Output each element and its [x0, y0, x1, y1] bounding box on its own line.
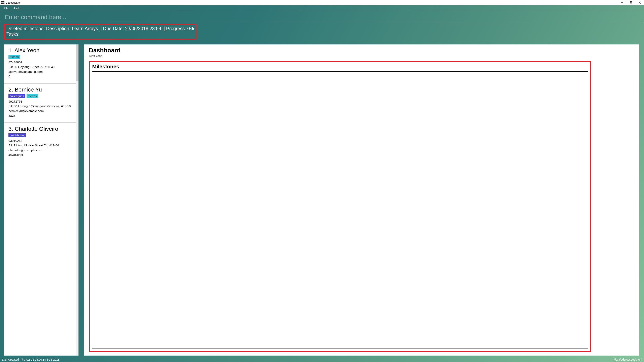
result-line-1: Deleted milestone: Description: Learn Ar… [6, 26, 194, 31]
dashboard-panel: Dashboard Alex Yeoh Milestones [84, 44, 639, 356]
result-box: Deleted milestone: Description: Learn Ar… [4, 24, 196, 40]
dashboard-subtitle: Alex Yeoh [89, 54, 634, 57]
command-input[interactable] [5, 14, 639, 20]
menu-file[interactable]: File [4, 6, 8, 10]
person-name: 2. Bernice Yu [8, 86, 74, 93]
status-data-path: ./data/addressbook.xml [613, 358, 642, 361]
person-tags: neighbours [8, 133, 74, 137]
person-address: Blk 30 Lorong 3 Serangoon Gardens, #07-1… [8, 104, 74, 108]
milestones-list[interactable] [92, 71, 588, 349]
tag-friends: friends [8, 55, 20, 59]
app-icon: edu [1, 1, 4, 4]
result-area: Deleted milestone: Description: Learn Ar… [0, 22, 644, 40]
person-list-panel: 1. Alex Yeohfriends87438807Blk 30 Geylan… [4, 44, 78, 356]
content-area: 1. Alex Yeohfriends87438807Blk 30 Geylan… [0, 40, 644, 357]
person-lang: JavaScript [8, 152, 74, 157]
person-email: berniceyu@example.com [8, 109, 74, 113]
menubar: File Help [0, 5, 644, 11]
person-name: 1. Alex Yeoh [8, 47, 74, 54]
titlebar: edu Codeducator [0, 0, 644, 5]
scrollbar-thumb[interactable] [76, 44, 78, 81]
window-controls [620, 1, 643, 4]
person-phone: 99272758 [8, 99, 74, 104]
tag-neighbours: neighbours [8, 133, 26, 137]
person-phone: 87438807 [8, 60, 74, 64]
person-phone: 93210283 [8, 138, 74, 143]
person-card[interactable]: 3. Charlotte Oliveironeighbours93210283B… [4, 123, 78, 161]
person-list-scroll[interactable]: 1. Alex Yeohfriends87438807Blk 30 Geylan… [4, 44, 78, 356]
scrollbar-track[interactable] [76, 44, 78, 356]
status-last-updated: Last Updated: Thu Apr 12 23:20:34 SGT 20… [2, 358, 59, 361]
milestones-title: Milestones [92, 63, 588, 70]
person-name: 3. Charlotte Oliveiro [8, 126, 74, 132]
tag-friends: friends [26, 94, 38, 98]
maximize-button[interactable] [629, 1, 633, 4]
window-title: Codeducator [6, 1, 20, 4]
person-email: alexyeoh@example.com [8, 69, 74, 74]
result-line-2: Tasks: [6, 31, 194, 37]
dashboard-title: Dashboard [89, 47, 634, 54]
person-card[interactable]: 2. Bernice Yucolleaguesfriends99272758Bl… [4, 84, 78, 123]
close-button[interactable] [638, 1, 642, 4]
minimize-button[interactable] [620, 1, 624, 4]
person-tags: colleaguesfriends [8, 94, 74, 98]
person-address: Blk 30 Geylang Street 29, #06-40 [8, 64, 74, 69]
person-lang: C [8, 74, 74, 79]
status-bar: Last Updated: Thu Apr 12 23:20:34 SGT 20… [0, 357, 644, 362]
person-tags: friends [8, 55, 74, 59]
person-card[interactable]: 1. Alex Yeohfriends87438807Blk 30 Geylan… [4, 44, 78, 84]
person-email: charlotte@example.com [8, 148, 74, 152]
person-address: Blk 11 Ang Mo Kio Street 74, #11-04 [8, 143, 74, 148]
menu-help[interactable]: Help [14, 6, 20, 10]
command-row [0, 11, 644, 22]
tag-colleagues: colleagues [8, 94, 25, 98]
milestones-highlight-box: Milestones [89, 61, 591, 352]
person-lang: Java [8, 113, 74, 118]
